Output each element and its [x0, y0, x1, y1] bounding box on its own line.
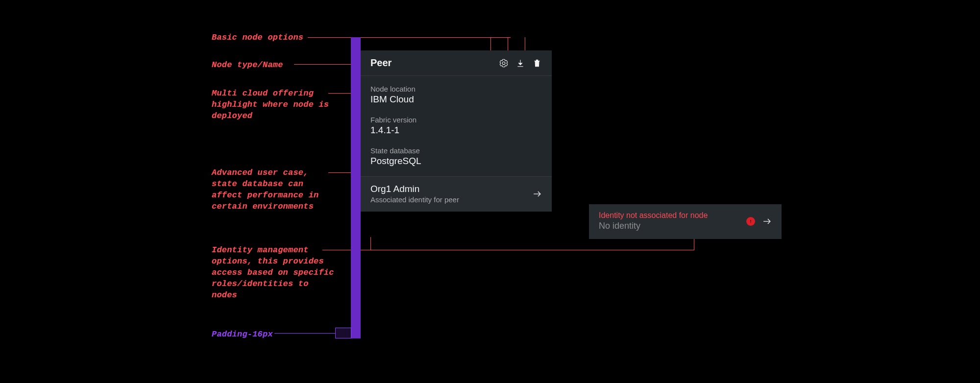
field-value: 1.4.1-1: [370, 125, 542, 136]
card-actions: [499, 58, 542, 68]
leader-line: [370, 237, 371, 250]
trash-icon[interactable]: [532, 58, 542, 68]
svg-rect-1: [750, 219, 751, 221]
field-node-location: Node location IBM Cloud: [370, 85, 542, 105]
gear-icon[interactable]: [499, 58, 509, 68]
svg-point-0: [502, 62, 505, 65]
leader-line: [694, 237, 694, 250]
error-title: Identity not associated for node: [599, 211, 708, 220]
card-title: Peer: [370, 57, 392, 69]
annotation-node-type: Node type/Name: [212, 60, 283, 71]
annotation-multi-cloud: Multi cloud offering highlight where nod…: [212, 88, 334, 122]
arrow-right-icon: [532, 189, 542, 199]
field-value: PostgreSQL: [370, 156, 542, 167]
accent-rail: [351, 37, 361, 338]
card-body: Node location IBM Cloud Fabric version 1…: [361, 76, 552, 177]
padding-indicator: [335, 328, 351, 338]
arrow-right-icon: [762, 216, 772, 226]
field-label: Node location: [370, 85, 542, 93]
leader-line: [308, 37, 511, 38]
identity-error-row[interactable]: Identity not associated for node No iden…: [589, 204, 782, 239]
identity-title: Org1 Admin: [370, 184, 459, 194]
stage: Basic node options Node type/Name Multi …: [0, 0, 980, 383]
leader-line: [274, 333, 335, 334]
node-card: Peer Node location IBM Cloud Fabric vers…: [361, 50, 552, 212]
field-label: State database: [370, 146, 542, 155]
error-sub: No identity: [599, 221, 708, 231]
error-right: [746, 216, 772, 226]
annotation-advanced: Advanced user case, state database can a…: [212, 168, 334, 213]
card-header: Peer: [361, 50, 552, 76]
identity-text: Org1 Admin Associated identity for peer: [370, 184, 459, 204]
svg-rect-2: [750, 222, 751, 222]
field-fabric-version: Fabric version 1.4.1-1: [370, 116, 542, 136]
warning-filled-icon: [746, 217, 755, 226]
field-state-database: State database PostgreSQL: [370, 146, 542, 167]
download-icon[interactable]: [515, 58, 525, 68]
annotation-identity: Identity management options, this provid…: [212, 245, 339, 301]
field-label: Fabric version: [370, 116, 542, 124]
field-value: IBM Cloud: [370, 94, 542, 105]
identity-row[interactable]: Org1 Admin Associated identity for peer: [361, 177, 552, 212]
error-text: Identity not associated for node No iden…: [599, 211, 708, 231]
annotation-padding: Padding-16px: [212, 329, 273, 340]
leader-line: [322, 250, 694, 250]
annotation-basic-options: Basic node options: [212, 32, 303, 44]
identity-sub: Associated identity for peer: [370, 195, 459, 204]
